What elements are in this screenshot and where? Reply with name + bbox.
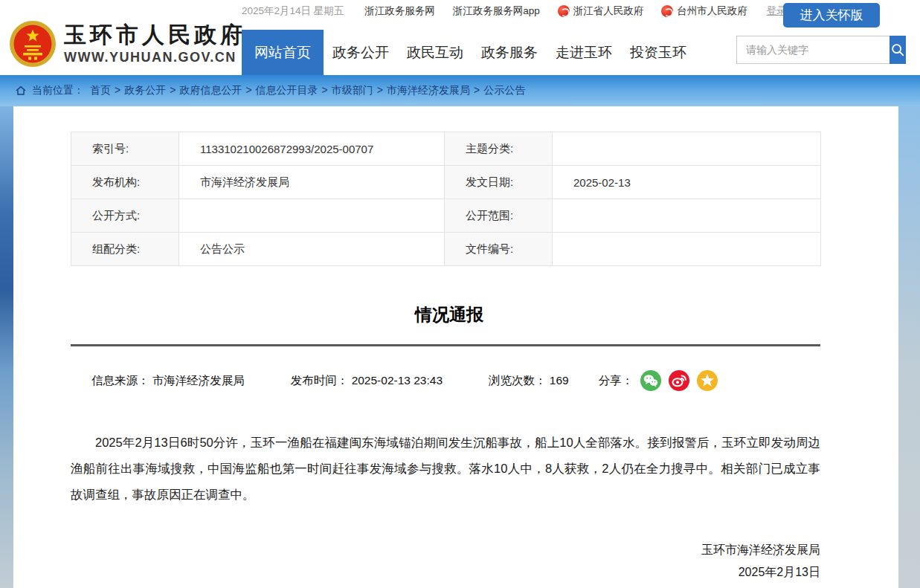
info-views-label: 浏览次数： <box>489 374 547 387</box>
link-label: 浙江政务服务网app <box>453 4 540 18</box>
info-time-value: 2025-02-13 23:43 <box>352 374 443 387</box>
taizhou-gov-icon <box>661 5 673 17</box>
signature-date: 2025年2月13日 <box>71 561 820 584</box>
nav-invest-yuhuan[interactable]: 投资玉环 <box>621 30 695 75</box>
current-date: 2025年2月14日 星期五 <box>242 4 344 18</box>
site-name: 玉环市人民政府 <box>64 22 246 48</box>
crumb-gov-affairs[interactable]: 政务公开 <box>124 84 179 97</box>
meta-label-issue-date: 发文日期: <box>445 166 553 199</box>
weibo-share-icon[interactable] <box>669 370 689 391</box>
accessibility-version-button[interactable]: 进入关怀版 <box>783 3 880 28</box>
table-row: 索引号: 113310210026872993/2025-00707 主题分类: <box>71 132 821 166</box>
info-views-value: 169 <box>550 374 569 387</box>
table-row: 组配分类: 公告公示 文件编号: <box>71 233 821 266</box>
info-publish-time: 发布时间： 2025-02-13 23:43 <box>291 373 443 389</box>
share-group: 分享： <box>599 370 718 391</box>
breadcrumb-prefix: 当前位置： <box>32 84 84 97</box>
breadcrumb: 当前位置： 首页 政务公开 政府信息公开 信息公开目录 市级部门 市海洋经济发展… <box>0 75 920 106</box>
info-source-value: 市海洋经济发展局 <box>152 374 245 387</box>
meta-label-doc-number: 文件编号: <box>445 233 553 266</box>
link-label: 浙江省人民政府 <box>573 4 644 18</box>
crumb-home[interactable]: 首页 <box>90 84 124 97</box>
meta-label-index: 索引号: <box>71 132 179 166</box>
link-zjzwfw-app[interactable]: 浙江政务服务网app <box>453 4 540 18</box>
meta-label-open-method: 公开方式: <box>71 199 179 233</box>
link-zhejiang-gov[interactable]: 浙江省人民政府 <box>558 4 644 18</box>
page-background: 索引号: 113310210026872993/2025-00707 主题分类:… <box>0 106 920 588</box>
meta-value-issue-date: 2025-02-13 <box>553 166 821 199</box>
home-icon <box>15 85 27 97</box>
meta-value-open-method <box>179 199 445 233</box>
meta-value-category: 公告公示 <box>179 233 445 266</box>
site-logo[interactable]: 玉环市人民政府 WWW.YUHUAN.GOV.CN <box>9 20 246 68</box>
link-label: 浙江政务服务网 <box>364 4 435 18</box>
background-photo-right <box>898 106 920 588</box>
share-label: 分享： <box>599 373 634 389</box>
meta-value-topic <box>553 132 821 166</box>
nav-interaction[interactable]: 政民互动 <box>398 30 472 75</box>
table-row: 公开方式: 公开范围: <box>71 199 821 233</box>
site-url: WWW.YUHUAN.GOV.CN <box>64 50 246 65</box>
national-emblem-icon <box>9 20 57 68</box>
meta-label-open-scope: 公开范围: <box>445 199 553 233</box>
article-body: 2025年2月13日6时50分许，玉环一渔船在福建闽东海域锚泊期间发生沉船事故，… <box>71 430 820 508</box>
nav-about-yuhuan[interactable]: 走进玉环 <box>547 30 621 75</box>
link-taizhou-gov[interactable]: 台州市人民政府 <box>661 4 747 18</box>
signature-org: 玉环市海洋经济发展局 <box>71 539 820 561</box>
search-input[interactable] <box>736 36 890 64</box>
background-photo-left <box>0 106 14 588</box>
meta-label-topic: 主题分类: <box>445 132 553 166</box>
link-label: 台州市人民政府 <box>677 4 747 18</box>
nav-gov-affairs[interactable]: 政务公开 <box>324 30 398 75</box>
topbar: 2025年2月14日 星期五 浙江政务服务网 浙江政务服务网app 浙江省人民政… <box>242 0 787 22</box>
crumb-info-disclosure[interactable]: 政府信息公开 <box>179 84 255 97</box>
info-source: 信息来源： 市海洋经济发展局 <box>91 373 245 389</box>
site-search <box>736 36 906 64</box>
table-row: 发布机构: 市海洋经济发展局 发文日期: 2025-02-13 <box>71 166 821 199</box>
info-time-label: 发布时间： <box>291 374 349 387</box>
meta-label-category: 组配分类: <box>71 233 179 266</box>
search-icon <box>890 42 906 58</box>
zhejiang-gov-icon <box>558 5 570 17</box>
article-title: 情况通报 <box>71 303 828 326</box>
crumb-public-notices[interactable]: 公示公告 <box>483 84 525 97</box>
wechat-share-icon[interactable] <box>640 370 661 391</box>
crumb-city-departments[interactable]: 市级部门 <box>332 84 387 97</box>
nav-services[interactable]: 政务服务 <box>472 30 547 75</box>
meta-value-index: 113310210026872993/2025-00707 <box>179 132 445 166</box>
site-header: 玉环市人民政府 WWW.YUHUAN.GOV.CN 2025年2月14日 星期五… <box>0 0 920 75</box>
link-zjzwfw[interactable]: 浙江政务服务网 <box>364 4 435 18</box>
info-view-count: 浏览次数： 169 <box>489 373 569 389</box>
title-divider <box>71 344 820 346</box>
nav-home[interactable]: 网站首页 <box>242 30 324 75</box>
main-nav: 网站首页 政务公开 政民互动 政务服务 走进玉环 投资玉环 <box>242 30 695 75</box>
meta-value-open-scope <box>553 199 821 233</box>
document-meta-table: 索引号: 113310210026872993/2025-00707 主题分类:… <box>71 132 821 266</box>
meta-label-issuer: 发布机构: <box>71 166 179 199</box>
meta-value-issuer: 市海洋经济发展局 <box>179 166 445 199</box>
meta-value-doc-number <box>553 233 821 266</box>
article-signature: 玉环市海洋经济发展局 2025年2月13日 <box>71 539 820 584</box>
crumb-marine-bureau[interactable]: 市海洋经济发展局 <box>387 84 483 97</box>
qzone-share-icon[interactable] <box>697 370 718 391</box>
search-button[interactable] <box>890 36 906 64</box>
crumb-disclosure-catalog[interactable]: 信息公开目录 <box>256 84 332 97</box>
info-source-label: 信息来源： <box>91 374 149 387</box>
content-card: 索引号: 113310210026872993/2025-00707 主题分类:… <box>13 106 898 588</box>
article-info-bar: 信息来源： 市海洋经济发展局 发布时间： 2025-02-13 23:43 浏览… <box>71 370 828 391</box>
